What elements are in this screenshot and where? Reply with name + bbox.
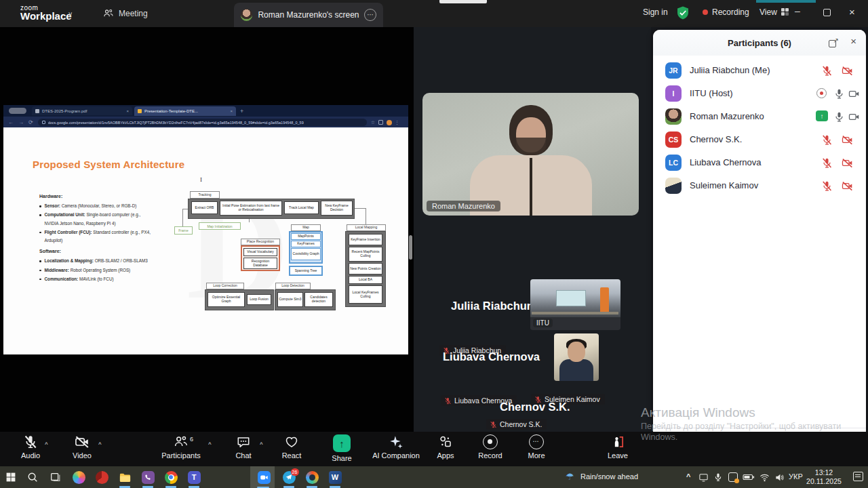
participant-name: IITU (Host) — [690, 88, 733, 98]
tab-meeting[interactable]: Meeting — [103, 5, 148, 22]
tray-wifi-icon[interactable] — [758, 471, 770, 483]
participant-row[interactable]: Roman Mazurenko ↑ — [653, 105, 866, 128]
tray-mic-icon[interactable] — [712, 471, 724, 483]
camera-off-icon[interactable] — [842, 65, 853, 77]
participant-row[interactable]: CS Chernov S.K. — [653, 128, 866, 151]
close-tab-icon[interactable]: × — [126, 109, 129, 113]
close-panel-icon[interactable]: × — [850, 35, 856, 47]
zoom-app-icon[interactable] — [256, 469, 272, 485]
popout-panel-icon[interactable]: ↗ — [829, 37, 839, 47]
browser-tab-presentation[interactable]: Presentation-Template-DTE... × — [134, 106, 236, 116]
tray-app-orange-badge-icon[interactable] — [727, 471, 739, 483]
tab-options-icon[interactable]: ⋯ — [364, 9, 376, 21]
ellipsis-glyph: ⋯ — [530, 438, 542, 445]
task-view-icon[interactable] — [47, 469, 64, 485]
sign-in-button[interactable]: Sign in — [643, 7, 668, 17]
camera-off-icon[interactable] — [842, 134, 853, 146]
video-button[interactable]: Video — [52, 434, 113, 460]
copilot-icon[interactable] — [71, 469, 87, 485]
leave-button[interactable]: Leave — [587, 434, 648, 460]
close-tab-icon[interactable]: × — [230, 109, 233, 113]
chrome-icon[interactable] — [163, 469, 179, 485]
viber-icon[interactable] — [140, 469, 156, 485]
reload-icon[interactable]: ⟳ — [28, 119, 33, 125]
participant-row[interactable]: JR Juliia Riabchun (Me) — [653, 59, 866, 82]
windows-activation-watermark-line3: Windows. — [641, 432, 677, 442]
bullet-dot — [39, 260, 41, 262]
participant-row[interactable]: LC Liubava Chernova — [653, 151, 866, 174]
mic-muted-icon — [490, 421, 497, 428]
window-close-button[interactable]: × — [849, 6, 855, 18]
video-options-chevron[interactable]: ^ — [98, 441, 102, 447]
camera-on-icon[interactable] — [848, 111, 860, 123]
bookmark-star-icon[interactable]: ☆ — [371, 120, 375, 125]
diagram-node: Visual Vocabulary — [243, 248, 277, 256]
language-indicator[interactable]: УКР — [789, 472, 803, 481]
bullet-text: Robot Operating System (ROS) — [69, 268, 130, 272]
video-tile-suleimen[interactable] — [554, 333, 599, 381]
browser-profile-avatar[interactable] — [387, 120, 392, 125]
red-app-icon[interactable] — [94, 469, 110, 485]
leave-door-icon — [610, 434, 625, 449]
participant-row[interactable]: I IITU (Host) — [653, 82, 866, 105]
tray-device-icon[interactable] — [697, 471, 709, 483]
diagram-node: Recognition Database — [243, 258, 277, 269]
share-button[interactable]: ↑ Share — [311, 434, 372, 462]
camera-on-icon[interactable] — [848, 88, 860, 100]
audio-options-chevron[interactable]: ^ — [45, 441, 48, 447]
participants-options-chevron[interactable]: ^ — [208, 441, 212, 447]
new-tab-icon[interactable]: + — [240, 108, 243, 115]
mic-muted-icon[interactable] — [821, 180, 833, 192]
security-shield-icon[interactable] — [675, 5, 690, 20]
mic-on-icon[interactable] — [833, 88, 845, 100]
back-icon[interactable]: ← — [8, 119, 14, 125]
mic-muted-icon[interactable] — [821, 65, 833, 77]
forward-icon[interactable]: → — [18, 119, 24, 125]
scrollbar-thumb[interactable] — [409, 235, 412, 260]
window-maximize-button[interactable] — [823, 9, 831, 16]
mic-muted-icon[interactable] — [821, 157, 833, 169]
tray-speaker-icon[interactable] — [773, 471, 785, 483]
extension-icon[interactable] — [378, 120, 383, 125]
diagram-node: New Points Creation — [349, 263, 382, 274]
tab-shared-screen[interactable]: Roman Mazurenko's screen ⋯ — [234, 3, 383, 27]
participants-button[interactable]: Participants — [151, 434, 212, 460]
mic-muted-icon[interactable] — [821, 134, 833, 146]
participant-row[interactable]: Suleimen Kaimov — [653, 174, 866, 197]
recording-indicator[interactable]: Recording — [703, 7, 749, 17]
mic-on-icon[interactable] — [833, 111, 845, 123]
participant-name: Suleimen Kaimov — [690, 180, 758, 190]
slides-favicon — [138, 109, 142, 113]
connector-line — [182, 209, 183, 227]
telegram-icon[interactable]: 26 — [281, 469, 297, 485]
camera-off-icon[interactable] — [842, 180, 853, 192]
connector-line — [353, 208, 366, 209]
browser-colorful-icon[interactable] — [304, 469, 320, 485]
connector-line — [366, 208, 366, 224]
meeting-controls-toolbar: Audio ^ Video ^ Participants 6 ^ Chat ^ … — [0, 432, 868, 466]
tray-expand-chevron[interactable]: ^ — [686, 472, 690, 481]
participants-panel: Participants (6) ↗ × JR Juliia Riabchun … — [653, 30, 866, 459]
browser-tab-pdf[interactable]: DTES-2025-Program.pdf × — [32, 106, 132, 115]
weather-text[interactable]: Rain/snow ahead — [580, 472, 638, 481]
teams-icon[interactable]: T — [186, 469, 202, 485]
more-button[interactable]: ⋯ More — [506, 434, 567, 460]
apps-icon — [438, 434, 453, 449]
search-icon[interactable] — [24, 469, 41, 485]
file-explorer-icon[interactable] — [117, 469, 133, 485]
window-minimize-button[interactable]: – — [795, 5, 800, 16]
chevron-down-icon[interactable]: ∨ — [68, 10, 73, 18]
start-button[interactable] — [3, 469, 19, 485]
word-icon[interactable]: W — [327, 469, 343, 485]
video-tile-roman-mazurenko[interactable]: Roman Mazurenko — [422, 93, 639, 216]
tray-battery-icon[interactable] — [742, 471, 755, 483]
video-tile-name-liubava: Liubava Chernova — [443, 350, 540, 363]
notification-center-icon[interactable] — [853, 472, 863, 481]
address-bar[interactable]: docs.google.com/presentation/d/1nv5AOBBY… — [38, 119, 367, 126]
video-tile-iitu[interactable]: IITU — [530, 279, 620, 330]
open-app-indicator — [283, 486, 294, 488]
browser-menu-icon[interactable]: ⋮ — [395, 120, 399, 125]
view-button[interactable]: View — [760, 7, 789, 17]
camera-off-icon[interactable] — [842, 157, 853, 169]
taskbar-clock[interactable]: 13:12 20.11.2025 — [802, 468, 846, 486]
